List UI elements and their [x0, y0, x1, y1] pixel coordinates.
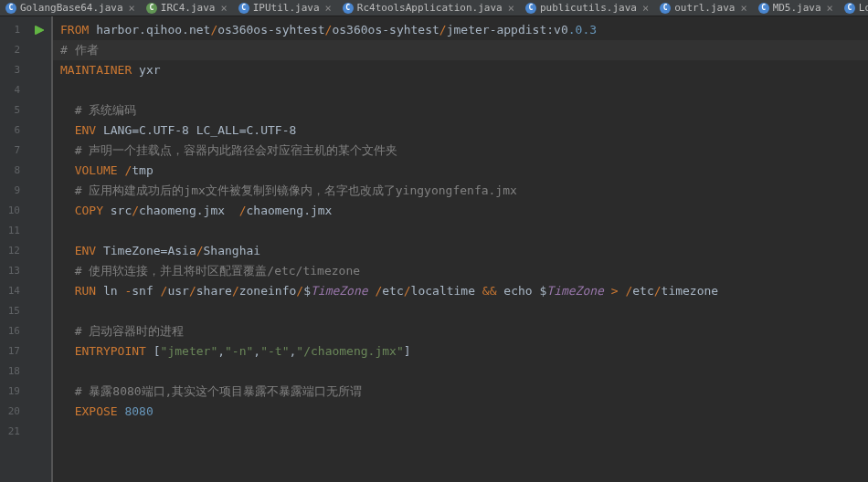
code-line: RUN ln -snf /usr/share/zoneinfo/$TimeZon…: [60, 281, 868, 301]
code-line: [60, 221, 868, 241]
tab-label: Log: [859, 2, 868, 14]
tab-log[interactable]: CLog: [839, 0, 868, 16]
close-icon[interactable]: ×: [325, 2, 332, 15]
java-icon: C: [525, 3, 536, 14]
tab-bar: CGolangBase64.java× CIRC4.java× CIPUtil.…: [0, 0, 868, 16]
run-gutter-icon[interactable]: [27, 20, 51, 40]
close-icon[interactable]: ×: [827, 2, 833, 15]
tab-label: GolangBase64.java: [20, 2, 123, 14]
close-icon[interactable]: ×: [642, 2, 649, 15]
code-line: [60, 362, 868, 382]
java-icon: C: [343, 3, 354, 14]
code-line: MAINTAINER yxr: [60, 60, 868, 80]
code-line: # 暴露8080端口,其实这个项目暴露不暴露端口无所谓: [60, 382, 868, 402]
line-number: 4: [0, 80, 27, 100]
tab-golangbase64[interactable]: CGolangBase64.java×: [0, 0, 141, 16]
line-number: 7: [0, 141, 27, 161]
line-number: 20: [0, 402, 27, 422]
code-area[interactable]: FROM harbor.qihoo.net/os360os-syhtest/os…: [53, 16, 868, 482]
code-line: [60, 80, 868, 100]
tab-rc4tools[interactable]: CRc4toolsApplication.java×: [337, 0, 520, 16]
line-number: 1: [0, 20, 27, 40]
line-number: 18: [0, 362, 27, 382]
close-icon[interactable]: ×: [740, 2, 746, 15]
close-icon[interactable]: ×: [220, 2, 227, 15]
tab-label: publicutils.java: [540, 2, 637, 14]
code-line: [60, 422, 868, 442]
tab-iputil[interactable]: CIPUtil.java×: [233, 0, 337, 16]
line-number: 6: [0, 120, 27, 141]
code-line: # 使用软连接，并且将时区配置覆盖/etc/timezone: [60, 261, 868, 281]
gutter: 1 2 3 4 5 6 7 8 9 10 11 12 13 14 15 16 1…: [0, 16, 27, 482]
tab-label: Rc4toolsApplication.java: [357, 2, 503, 14]
line-number: 2: [0, 40, 27, 60]
line-number: 16: [0, 321, 27, 341]
line-number: 9: [0, 181, 27, 201]
line-number: 15: [0, 301, 27, 321]
java-icon: C: [660, 3, 671, 14]
line-number: 12: [0, 241, 27, 261]
tab-irc4[interactable]: CIRC4.java×: [141, 0, 233, 16]
tab-publicutils[interactable]: Cpublicutils.java×: [520, 0, 654, 16]
code-line: COPY src/chaomeng.jmx /chaomeng.jmx: [60, 201, 868, 221]
java-icon: C: [5, 3, 16, 14]
tab-outrl[interactable]: Coutrl.java×: [654, 0, 752, 16]
code-line: ENTRYPOINT ["jmeter","-n","-t","/chaomen…: [60, 341, 868, 362]
java-icon: C: [844, 3, 855, 14]
code-line: FROM harbor.qihoo.net/os360os-syhtest/os…: [60, 20, 868, 40]
close-icon[interactable]: ×: [129, 2, 135, 15]
code-line: # 作者: [53, 40, 868, 60]
code-line: ENV LANG=C.UTF-8 LC_ALL=C.UTF-8: [60, 120, 868, 141]
editor: 1 2 3 4 5 6 7 8 9 10 11 12 13 14 15 16 1…: [0, 16, 868, 482]
code-line: EXPOSE 8080: [60, 402, 868, 422]
code-line: [60, 301, 868, 321]
code-line: # 系统编码: [60, 100, 868, 120]
code-line: # 应用构建成功后的jmx文件被复制到镜像内，名字也改成了yingyongfen…: [60, 181, 868, 201]
line-number: 10: [0, 201, 27, 221]
code-line: # 声明一个挂载点，容器内此路径会对应宿主机的某个文件夹: [60, 141, 868, 161]
line-number: 5: [0, 100, 27, 120]
line-number: 19: [0, 382, 27, 402]
close-icon[interactable]: ×: [508, 2, 514, 15]
tab-label: MD5.java: [773, 2, 821, 14]
code-line: ENV TimeZone=Asia/Shanghai: [60, 241, 868, 261]
line-number: 17: [0, 341, 27, 362]
tab-label: outrl.java: [674, 2, 735, 14]
java-icon: C: [238, 3, 249, 14]
line-number: 11: [0, 221, 27, 241]
line-number: 13: [0, 261, 27, 281]
line-number: 3: [0, 60, 27, 80]
line-number: 14: [0, 281, 27, 301]
tab-label: IPUtil.java: [253, 2, 320, 14]
code-line: VOLUME /tmp: [60, 161, 868, 181]
svg-marker-1: [36, 26, 44, 35]
java-icon: C: [758, 3, 769, 14]
gutter-actions: [27, 16, 51, 482]
code-line: # 启动容器时的进程: [60, 321, 868, 341]
line-number: 8: [0, 161, 27, 181]
tab-label: IRC4.java: [161, 2, 216, 14]
java-icon: C: [146, 3, 157, 14]
line-number: 21: [0, 422, 27, 442]
tab-md5[interactable]: CMD5.java×: [753, 0, 839, 16]
